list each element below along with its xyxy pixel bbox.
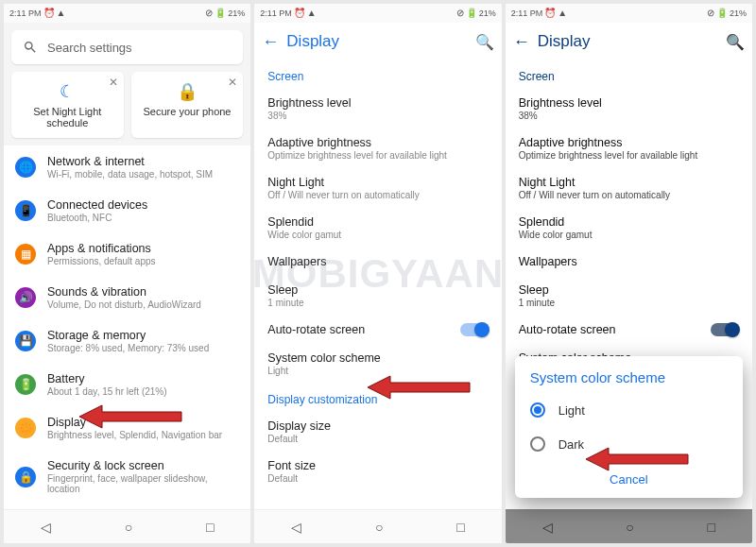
nav-back-icon[interactable]: ◁ xyxy=(41,520,51,535)
radio-label: Dark xyxy=(558,437,584,452)
display-content: Screen Brightness level38% Adaptive brig… xyxy=(254,60,501,509)
row-brightness: Brightness level38% xyxy=(506,89,752,128)
brightness-icon: 🔆 xyxy=(15,418,36,438)
row-splendid: SplendidWide color gamut xyxy=(506,208,752,248)
status-time: 2:11 PM xyxy=(9,9,42,18)
appbar: ← Display 🔍 xyxy=(254,23,501,60)
alarm-icon: ⏰ xyxy=(544,9,556,18)
close-icon[interactable]: ✕ xyxy=(228,76,237,89)
card-secure-phone[interactable]: ✕ 🔒 Secure your phone xyxy=(131,72,244,138)
nosim-icon: ⊘ xyxy=(456,9,464,18)
navbar: ◁ ○ □ xyxy=(506,509,752,543)
search-input[interactable]: Search settings xyxy=(11,30,243,64)
phone-display-settings: 2:11 PM⏰▲ ⊘🔋21% ← Display 🔍 Screen Brigh… xyxy=(254,4,501,543)
row-displaysize[interactable]: Display sizeDefault xyxy=(254,412,501,452)
suggestion-cards: ✕ ☾ Set Night Light schedule ✕ 🔒 Secure … xyxy=(11,72,243,138)
row-nightlight[interactable]: Night LightOff / Will never turn on auto… xyxy=(254,168,501,208)
radio-off-icon xyxy=(530,436,545,452)
battery-setting-icon: 🔋 xyxy=(15,374,36,395)
card-night-light[interactable]: ✕ ☾ Set Night Light schedule xyxy=(11,72,124,138)
row-splendid[interactable]: SplendidWide color gamut xyxy=(254,208,501,248)
nav-recent-icon[interactable]: □ xyxy=(708,520,715,535)
item-storage[interactable]: 💾Storage & memoryStorage: 8% used, Memor… xyxy=(4,319,250,363)
close-icon[interactable]: ✕ xyxy=(109,76,118,89)
row-autorotate[interactable]: Auto-rotate screen xyxy=(254,316,501,344)
radio-option-light[interactable]: Light xyxy=(515,393,743,427)
item-connected[interactable]: 📱Connected devicesBluetooth, NFC xyxy=(4,189,250,232)
status-battery: 21% xyxy=(730,9,747,18)
row-colorscheme[interactable]: System color schemeLight xyxy=(254,344,501,384)
item-security[interactable]: 🔒Security & lock screenFingerprint, face… xyxy=(4,450,250,504)
devices-icon: 📱 xyxy=(15,200,36,221)
search-icon xyxy=(23,40,38,55)
item-apps[interactable]: ▦Apps & notificationsPermissions, defaul… xyxy=(4,232,250,276)
battery-icon: 🔋 xyxy=(215,9,226,18)
card-label: Set Night Light schedule xyxy=(33,106,101,128)
phone-display-dialog: 2:11 PM⏰▲ ⊘🔋21% ← Display 🔍 Screen Brigh… xyxy=(506,4,752,543)
nosim-icon: ⊘ xyxy=(707,9,714,18)
alarm-icon: ⏰ xyxy=(43,9,55,18)
search-icon[interactable]: 🔍 xyxy=(726,33,745,51)
status-time: 2:11 PM xyxy=(511,9,543,18)
back-icon[interactable]: ← xyxy=(513,32,530,52)
lock-setting-icon: 🔒 xyxy=(15,467,36,487)
sound-icon: 🔊 xyxy=(15,287,36,308)
nav-back-icon[interactable]: ◁ xyxy=(542,520,553,535)
battery-icon: 🔋 xyxy=(716,9,728,18)
radio-on-icon xyxy=(530,402,545,418)
lock-icon: 🔒 xyxy=(137,81,238,102)
navbar: ◁ ○ □ xyxy=(4,509,250,543)
section-customization: Display customization xyxy=(254,384,501,412)
navbar: ◁ ○ □ xyxy=(254,509,501,543)
radio-option-dark[interactable]: Dark xyxy=(515,427,743,461)
row-nightlight: Night LightOff / Will never turn on auto… xyxy=(506,168,752,208)
nav-recent-icon[interactable]: □ xyxy=(456,520,464,535)
storage-icon: 💾 xyxy=(15,331,36,351)
phone-settings-main: 2:11 PM⏰▲ ⊘🔋21% Search settings ✕ ☾ Set … xyxy=(4,4,250,543)
status-time: 2:11 PM xyxy=(260,9,292,18)
globe-icon: 🌐 xyxy=(15,157,36,178)
status-battery: 21% xyxy=(228,9,245,18)
item-display[interactable]: 🔆DisplayBrightness level, Splendid, Navi… xyxy=(4,406,250,450)
nosim-icon: ⊘ xyxy=(205,9,213,18)
nav-home-icon[interactable]: ○ xyxy=(626,520,633,535)
nav-recent-icon[interactable]: □ xyxy=(206,520,214,535)
search-icon[interactable]: 🔍 xyxy=(475,33,494,51)
row-autorotate: Auto-rotate screen xyxy=(506,316,752,344)
card-label: Secure your phone xyxy=(144,106,232,117)
nav-home-icon[interactable]: ○ xyxy=(125,520,132,535)
triangle-icon: ▲ xyxy=(57,9,66,18)
row-wallpapers: Wallpapers xyxy=(506,248,752,276)
nav-back-icon[interactable]: ◁ xyxy=(291,520,301,535)
cancel-button[interactable]: Cancel xyxy=(515,461,743,498)
triangle-icon: ▲ xyxy=(307,9,317,18)
dialog-color-scheme: System color scheme Light Dark Cancel xyxy=(515,356,743,498)
row-wallpapers[interactable]: Wallpapers xyxy=(254,248,501,276)
alarm-icon: ⏰ xyxy=(294,9,305,18)
toggle-on-icon[interactable] xyxy=(460,323,489,336)
dialog-title: System color scheme xyxy=(515,369,743,393)
statusbar: 2:11 PM⏰▲ ⊘🔋21% xyxy=(506,4,752,23)
apps-icon: ▦ xyxy=(15,244,36,265)
row-fontsize[interactable]: Font sizeDefault xyxy=(254,452,501,491)
search-placeholder: Search settings xyxy=(47,41,132,55)
row-adaptive: Adaptive brightnessOptimize brightness l… xyxy=(506,128,752,168)
row-sleep[interactable]: Sleep1 minute xyxy=(254,276,501,316)
item-network[interactable]: 🌐Network & internetWi-Fi, mobile, data u… xyxy=(4,145,250,189)
row-adaptive[interactable]: Adaptive brightnessOptimize brightness l… xyxy=(254,128,501,168)
moon-icon: ☾ xyxy=(17,81,118,102)
page-title: Display xyxy=(538,32,718,51)
item-sounds[interactable]: 🔊Sounds & vibrationVolume, Do not distur… xyxy=(4,276,250,319)
section-screen: Screen xyxy=(506,60,752,89)
settings-list: 🌐Network & internetWi-Fi, mobile, data u… xyxy=(4,145,250,509)
back-icon[interactable]: ← xyxy=(262,32,279,52)
status-battery: 21% xyxy=(479,9,496,18)
statusbar: 2:11 PM⏰▲ ⊘🔋21% xyxy=(4,4,250,23)
triangle-icon: ▲ xyxy=(558,9,567,18)
row-sleep: Sleep1 minute xyxy=(506,276,752,316)
row-brightness[interactable]: Brightness level38% xyxy=(254,89,501,128)
radio-label: Light xyxy=(558,403,585,418)
nav-home-icon[interactable]: ○ xyxy=(375,520,383,535)
item-battery[interactable]: 🔋BatteryAbout 1 day, 15 hr left (21%) xyxy=(4,363,250,406)
section-screen: Screen xyxy=(254,60,501,89)
